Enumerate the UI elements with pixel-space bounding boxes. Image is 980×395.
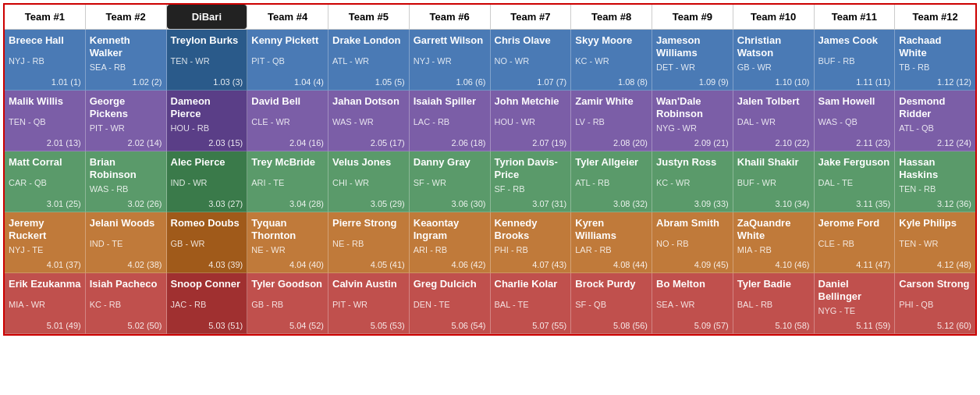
- pick-2-2[interactable]: George PickensPIT - WR2.02 (14): [86, 91, 167, 151]
- pick-4-4[interactable]: Tyquan ThorntonNE - WR4.04 (40): [247, 212, 328, 273]
- player-name: Carson Strong: [899, 278, 971, 290]
- player-name: John Metchie: [495, 95, 567, 108]
- pick-5-3[interactable]: Snoop ConnerJAC - RB5.03 (51): [167, 273, 248, 334]
- pick-1-12[interactable]: Rachaad WhiteTB - RB1.12 (12): [895, 30, 975, 91]
- team-header-8[interactable]: Team #8: [571, 5, 652, 29]
- pick-1-3[interactable]: Treylon BurksTEN - WR1.03 (3): [167, 30, 248, 91]
- pick-4-9[interactable]: Abram SmithNO - RB4.09 (45): [652, 212, 733, 273]
- pick-1-11[interactable]: James CookBUF - RB1.11 (11): [815, 30, 896, 91]
- pick-4-10[interactable]: ZaQuandre WhiteMIA - RB4.10 (46): [733, 212, 815, 273]
- player-pick-number: 1.12 (12): [899, 77, 971, 87]
- team-header-3[interactable]: DiBari: [167, 5, 248, 29]
- pick-5-4[interactable]: Tyler GoodsonGB - RB5.04 (52): [247, 273, 328, 334]
- pick-1-1[interactable]: Breece HallNYJ - RB1.01 (1): [5, 30, 86, 91]
- team-header-7[interactable]: Team #7: [491, 5, 572, 29]
- player-name: Christian Watson: [737, 34, 810, 59]
- pick-3-1[interactable]: Matt CorralCAR - QB3.01 (25): [5, 151, 86, 212]
- pick-3-8[interactable]: Tyler AllgeierATL - RB3.08 (32): [571, 151, 652, 212]
- pick-4-6[interactable]: Keaontay IngramARI - RB4.06 (42): [410, 212, 491, 273]
- player-team: SEA - RB: [90, 62, 162, 72]
- pick-1-10[interactable]: Christian WatsonGB - WR1.10 (10): [733, 30, 815, 91]
- player-team: BAL - TE: [495, 300, 567, 309]
- pick-5-5[interactable]: Calvin AustinPIT - WR5.05 (53): [328, 273, 410, 334]
- pick-4-11[interactable]: Jerome FordCLE - RB4.11 (47): [815, 212, 896, 273]
- player-name: Dameon Pierce: [171, 95, 243, 119]
- player-pick-number: 5.07 (55): [495, 321, 567, 330]
- player-pick-number: 2.11 (23): [818, 138, 891, 148]
- pick-3-9[interactable]: Justyn RossKC - WR3.09 (33): [652, 151, 733, 212]
- pick-1-8[interactable]: Skyy MooreKC - WR1.08 (8): [571, 30, 652, 91]
- pick-1-9[interactable]: Jameson WilliamsDET - WR1.09 (9): [652, 30, 733, 91]
- pick-5-2[interactable]: Isiah PachecoKC - RB5.02 (50): [86, 273, 167, 334]
- pick-2-11[interactable]: Sam HowellWAS - QB2.11 (23): [815, 91, 896, 151]
- player-team: ATL - WR: [332, 56, 405, 66]
- pick-1-4[interactable]: Kenny PickettPIT - QB1.04 (4): [247, 30, 328, 91]
- player-team: PIT - WR: [90, 123, 162, 133]
- team-header-12[interactable]: Team #12: [895, 5, 975, 29]
- team-header-1[interactable]: Team #1: [5, 5, 86, 29]
- pick-5-12[interactable]: Carson StrongPHI - QB5.12 (60): [895, 273, 975, 334]
- pick-2-9[interactable]: Wan'Dale RobinsonNYG - WR2.09 (21): [652, 91, 733, 151]
- pick-3-4[interactable]: Trey McBrideARI - TE3.04 (28): [247, 151, 328, 212]
- pick-3-2[interactable]: Brian RobinsonWAS - RB3.02 (26): [86, 151, 167, 212]
- player-name: Brian Robinson: [90, 156, 162, 180]
- pick-5-6[interactable]: Greg DulcichDEN - TE5.06 (54): [410, 273, 491, 334]
- player-pick-number: 3.12 (36): [899, 199, 971, 208]
- player-name: David Bell: [251, 95, 324, 108]
- pick-3-5[interactable]: Velus JonesCHI - WR3.05 (29): [328, 151, 410, 212]
- player-name: James Cook: [818, 34, 891, 47]
- player-name: Trey McBride: [251, 156, 324, 169]
- pick-1-6[interactable]: Garrett WilsonNYJ - WR1.06 (6): [410, 30, 491, 91]
- pick-4-12[interactable]: Kyle PhilipsTEN - WR4.12 (48): [895, 212, 975, 273]
- pick-1-2[interactable]: Kenneth WalkerSEA - RB1.02 (2): [86, 30, 167, 91]
- pick-3-6[interactable]: Danny GraySF - WR3.06 (30): [410, 151, 491, 212]
- pick-1-7[interactable]: Chris OlaveNO - WR1.07 (7): [491, 30, 572, 91]
- pick-2-10[interactable]: Jalen TolbertDAL - WR2.10 (22): [733, 91, 815, 151]
- player-team: HOU - RB: [171, 123, 243, 133]
- player-name: Jake Ferguson: [818, 156, 891, 169]
- player-team: WAS - RB: [90, 184, 162, 194]
- team-header-10[interactable]: Team #10: [733, 5, 815, 29]
- pick-4-8[interactable]: Kyren WilliamsLAR - RB4.08 (44): [571, 212, 652, 273]
- pick-5-7[interactable]: Charlie KolarBAL - TE5.07 (55): [491, 273, 572, 334]
- pick-2-12[interactable]: Desmond RidderATL - QB2.12 (24): [895, 91, 975, 151]
- pick-2-8[interactable]: Zamir WhiteLV - RB2.08 (20): [571, 91, 652, 151]
- player-pick-number: 1.01 (1): [9, 77, 81, 87]
- team-header-4[interactable]: Team #4: [247, 5, 328, 29]
- team-header-5[interactable]: Team #5: [328, 5, 410, 29]
- pick-5-9[interactable]: Bo MeltonSEA - WR5.09 (57): [652, 273, 733, 334]
- team-header-11[interactable]: Team #11: [815, 5, 896, 29]
- pick-3-11[interactable]: Jake FergusonDAL - TE3.11 (35): [815, 151, 896, 212]
- pick-2-1[interactable]: Malik WillisTEN - QB2.01 (13): [5, 91, 86, 151]
- team-header-9[interactable]: Team #9: [652, 5, 733, 29]
- player-team: NE - WR: [251, 245, 324, 254]
- pick-2-4[interactable]: David BellCLE - WR2.04 (16): [247, 91, 328, 151]
- player-pick-number: 5.06 (54): [414, 321, 486, 330]
- team-header-6[interactable]: Team #6: [410, 5, 491, 29]
- pick-4-2[interactable]: Jelani WoodsIND - TE4.02 (38): [86, 212, 167, 273]
- player-name: Calvin Austin: [332, 278, 405, 290]
- pick-2-7[interactable]: John MetchieHOU - WR2.07 (19): [491, 91, 572, 151]
- team-header-2[interactable]: Team #2: [86, 5, 167, 29]
- pick-4-3[interactable]: Romeo DoubsGB - WR4.03 (39): [167, 212, 248, 273]
- pick-5-10[interactable]: Tyler BadieBAL - RB5.10 (58): [733, 273, 815, 334]
- player-team: DAL - WR: [737, 117, 810, 126]
- pick-4-1[interactable]: Jeremy RuckertNYJ - TE4.01 (37): [5, 212, 86, 273]
- pick-4-5[interactable]: Pierre StrongNE - RB4.05 (41): [328, 212, 410, 273]
- pick-1-5[interactable]: Drake LondonATL - WR1.05 (5): [328, 30, 410, 91]
- pick-3-12[interactable]: Hassan HaskinsTEN - RB3.12 (36): [895, 151, 975, 212]
- pick-2-3[interactable]: Dameon PierceHOU - RB2.03 (15): [167, 91, 248, 151]
- pick-3-7[interactable]: Tyrion Davis-PriceSF - RB3.07 (31): [491, 151, 572, 212]
- pick-3-10[interactable]: Khalil ShakirBUF - WR3.10 (34): [733, 151, 815, 212]
- player-team: TB - RB: [899, 62, 971, 72]
- pick-2-5[interactable]: Jahan DotsonWAS - WR2.05 (17): [328, 91, 410, 151]
- pick-4-7[interactable]: Kennedy BrooksPHI - RB4.07 (43): [491, 212, 572, 273]
- pick-3-3[interactable]: Alec PierceIND - WR3.03 (27): [167, 151, 248, 212]
- player-name: Sam Howell: [818, 95, 891, 108]
- pick-5-1[interactable]: Erik EzukanmaMIA - WR5.01 (49): [5, 273, 86, 334]
- pick-5-8[interactable]: Brock PurdySF - QB5.08 (56): [571, 273, 652, 334]
- player-team: DAL - TE: [818, 178, 891, 187]
- pick-5-11[interactable]: Daniel BellingerNYG - TE5.11 (59): [815, 273, 896, 334]
- player-team: JAC - RB: [171, 300, 243, 309]
- pick-2-6[interactable]: Isaiah SpillerLAC - RB2.06 (18): [410, 91, 491, 151]
